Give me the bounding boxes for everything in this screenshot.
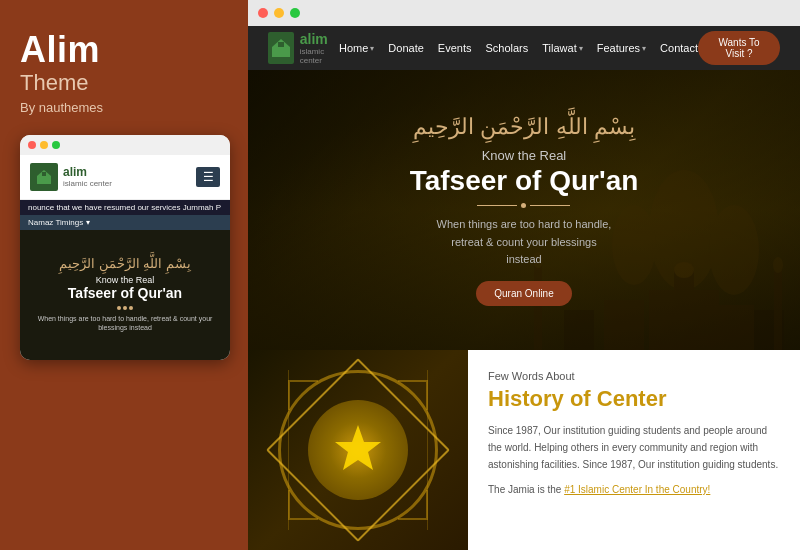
site-nav-links: Home ▾ Donate Events Scholars Tilawat ▾ … <box>339 42 698 54</box>
hero-section: بِسْمِ اللَّهِ الرَّحْمَنِ الرَّحِيمِ Kn… <box>248 70 800 350</box>
svg-point-7 <box>709 205 759 295</box>
subtitle-text: Theme <box>20 70 228 96</box>
content-text: Few Words About History of Center Since … <box>468 350 800 550</box>
svg-rect-0 <box>37 176 51 184</box>
svg-rect-10 <box>674 270 694 350</box>
svg-rect-3 <box>272 47 290 57</box>
title-text: Alim <box>20 30 228 70</box>
hero-subtext: When things are too hard to handle, retr… <box>424 216 624 269</box>
browser-dot-red[interactable] <box>258 8 268 18</box>
nav-home[interactable]: Home ▾ <box>339 42 374 54</box>
nav-contact[interactable]: Contact <box>660 42 698 54</box>
browser-chrome <box>248 0 800 26</box>
hero-divider <box>410 203 639 208</box>
left-panel: Alim Theme By nauthemes alim is <box>0 0 248 550</box>
site-logo: alim islamic center <box>268 31 339 65</box>
svg-marker-20 <box>335 425 381 470</box>
few-words-label: Few Words About <box>488 370 780 382</box>
mobile-preview: alim islamic center ☰ nounce that we hav… <box>20 135 230 360</box>
svg-point-11 <box>674 262 694 278</box>
right-panel: alim islamic center Home ▾ Donate Events… <box>248 0 800 550</box>
mobile-nav: alim islamic center ☰ <box>20 155 230 200</box>
hero-title: Tafseer of Qur'an <box>410 165 639 197</box>
content-image <box>248 350 468 550</box>
nav-cta-button[interactable]: Wants To Visit ? <box>698 31 780 65</box>
browser-content: alim islamic center Home ▾ Donate Events… <box>248 26 800 550</box>
mobile-logo-text: alim islamic center <box>63 165 112 188</box>
nav-scholars[interactable]: Scholars <box>485 42 528 54</box>
svg-point-19 <box>773 257 783 273</box>
browser-dot-green[interactable] <box>290 8 300 18</box>
star-svg <box>328 420 388 480</box>
mobile-hero: بِسْمِ اللَّهِ الرَّحْمَنِ الرَّحِيمِ Kn… <box>20 230 230 360</box>
nav-donate[interactable]: Donate <box>388 42 423 54</box>
svg-rect-12 <box>604 300 644 350</box>
svg-rect-13 <box>714 305 754 350</box>
nav-tilawat[interactable]: Tilawat ▾ <box>542 42 582 54</box>
mobile-window-dots <box>20 135 230 155</box>
dot-yellow <box>40 141 48 149</box>
mobile-menu-icon[interactable]: ☰ <box>196 167 220 187</box>
nav-events[interactable]: Events <box>438 42 472 54</box>
mobile-ticker: nounce that we have resumed our services… <box>20 200 230 215</box>
hero-content: بِسْمِ اللَّهِ الرَّحْمَنِ الرَّحِيمِ Kn… <box>410 114 639 306</box>
svg-rect-14 <box>564 310 594 350</box>
mobile-namaaz[interactable]: Namaz Timings ▾ <box>20 215 230 230</box>
mobile-arabic-text: بِسْمِ اللَّهِ الرَّحْمَنِ الرَّحِيمِ <box>59 256 191 271</box>
mobile-subtext: When things are too hard to handle, retr… <box>30 314 220 334</box>
hero-know: Know the Real <box>410 148 639 163</box>
by-text: By nauthemes <box>20 100 228 115</box>
site-logo-icon <box>268 32 294 64</box>
islamic-ornament <box>278 370 438 530</box>
nav-features[interactable]: Features ▾ <box>597 42 646 54</box>
browser-dot-yellow[interactable] <box>274 8 284 18</box>
dot-green <box>52 141 60 149</box>
svg-rect-5 <box>278 42 284 47</box>
site-logo-texts: alim islamic center <box>300 31 339 65</box>
mobile-logo: alim islamic center <box>30 163 112 191</box>
hero-arabic: بِسْمِ اللَّهِ الرَّحْمَنِ الرَّحِيمِ <box>410 114 639 140</box>
dot-red <box>28 141 36 149</box>
mobile-logo-icon <box>30 163 58 191</box>
mobile-divider <box>117 306 133 310</box>
content-section: Few Words About History of Center Since … <box>248 350 800 550</box>
mobile-know-text: Know the Real <box>96 275 155 285</box>
history-link[interactable]: #1 Islamic Center In the Country! <box>564 484 710 495</box>
history-para-2: The Jamia is the #1 Islamic Center In th… <box>488 481 780 498</box>
history-para-1: Since 1987, Our institution guiding stud… <box>488 422 780 473</box>
mobile-tafseer-text: Tafseer of Qur'an <box>68 285 182 302</box>
site-nav: alim islamic center Home ▾ Donate Events… <box>248 26 800 70</box>
svg-rect-18 <box>774 265 782 350</box>
theme-title: Alim Theme By nauthemes <box>20 30 228 135</box>
history-title: History of Center <box>488 386 780 412</box>
quran-online-button[interactable]: Quran Online <box>476 281 571 306</box>
svg-rect-2 <box>42 172 46 176</box>
